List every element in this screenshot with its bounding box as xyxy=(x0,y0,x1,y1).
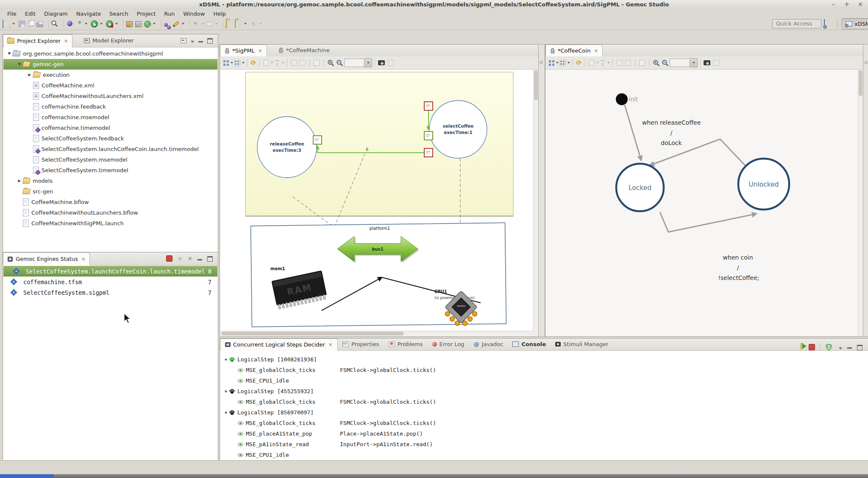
zoom-out-icon[interactable] xyxy=(662,59,669,67)
engine-row[interactable]: SelectCoffeeSystem.launchCoffeeCoin.laun… xyxy=(3,266,217,277)
layout-icon[interactable] xyxy=(549,60,554,66)
maximize-icon[interactable] xyxy=(207,256,213,262)
agent-selectcoffee[interactable] xyxy=(429,101,487,158)
search-icon[interactable] xyxy=(51,20,58,27)
close-icon[interactable]: ✕ xyxy=(258,48,262,54)
pencil-icon[interactable] xyxy=(172,21,179,28)
launch-config-icon[interactable]: * xyxy=(77,20,83,28)
layout-dropdown[interactable] xyxy=(231,62,233,64)
print-icon[interactable] xyxy=(36,22,43,27)
close-icon[interactable]: ✕ xyxy=(81,256,86,262)
new-wizard-dropdown[interactable] xyxy=(12,23,15,25)
tree-item-scs-msemodel[interactable]: SelectCoffeeSystem.msemodel xyxy=(3,154,217,165)
run-dropdown[interactable] xyxy=(100,23,103,25)
horizontal-scrollbar[interactable] xyxy=(220,331,534,336)
tree-item-feedback[interactable]: coffemachine.feedback xyxy=(3,101,217,112)
save-all-icon[interactable] xyxy=(28,21,33,27)
transition-init-to-locked[interactable] xyxy=(625,105,641,160)
mse-row[interactable]: MSE_globalClock_ticksFSMClock->globalClo… xyxy=(220,418,315,428)
collapse-all-icon[interactable] xyxy=(181,38,186,43)
tab-gemoc-engines-status[interactable]: Gemoc Engines Status ✕ xyxy=(3,252,90,266)
close-icon[interactable]: ✕ xyxy=(594,48,598,54)
tree-item-scs-launch-timemodel[interactable]: SelectCoffeeSystem.launchCoffeeCoin.laun… xyxy=(3,144,217,154)
menu-help[interactable]: Help xyxy=(209,10,230,17)
restore-view-icon[interactable]: ◁ xyxy=(864,60,867,64)
tree-item-bflow1[interactable]: CoffeeMachine.bflow xyxy=(3,197,217,207)
shield-dropdown[interactable] xyxy=(839,347,842,349)
open-resource-icon[interactable] xyxy=(235,20,236,28)
menu-file[interactable]: File xyxy=(3,10,20,17)
tree-item-scs-feedback[interactable]: SelectCoffeeSystem.feedback xyxy=(3,133,217,144)
agent-releasecoffee[interactable] xyxy=(257,117,317,178)
window-minimize-button[interactable]: – xyxy=(830,0,837,8)
tab-problems[interactable]: Problems xyxy=(384,338,428,350)
minimize-icon[interactable] xyxy=(198,41,203,44)
zoom-level-dropdown[interactable] xyxy=(364,58,372,67)
scrollbar-thumb[interactable] xyxy=(859,70,862,96)
open-element-icon[interactable] xyxy=(226,20,227,28)
tab-javadoc[interactable]: @Javadoc xyxy=(469,338,508,350)
zoom-level-dropdown[interactable] xyxy=(690,58,698,67)
mse-row[interactable]: MSE_globalClock_ticksFSMClock->globalClo… xyxy=(220,365,315,375)
output-port[interactable] xyxy=(424,102,433,110)
output-port[interactable] xyxy=(424,148,433,157)
gemoc-launch-dropdown[interactable] xyxy=(153,23,156,25)
menu-search[interactable]: Search xyxy=(106,10,132,17)
tree-item-gemoc-gen[interactable]: gemoc-gen xyxy=(3,59,217,70)
tree-item-coffeemachine-wol-xml[interactable]: CoffeeMachinewithoutLaunchers.xml xyxy=(3,91,217,101)
external-tools-dropdown[interactable] xyxy=(115,23,118,25)
open-perspective-icon[interactable] xyxy=(824,20,832,27)
vertical-scrollbar[interactable] xyxy=(858,70,863,336)
menu-diagram[interactable]: Diagram xyxy=(40,10,72,17)
gemoc-engine-icon[interactable] xyxy=(126,21,133,27)
tree-item-bflow2[interactable]: CoffeeMachinewithoutLaunchers.bflow xyxy=(3,207,217,218)
restore-view-icon[interactable]: ◁ xyxy=(539,60,542,64)
initial-state[interactable] xyxy=(616,93,628,105)
shield-icon[interactable] xyxy=(826,344,832,351)
engine-row[interactable]: coffemachine.tfsm7 xyxy=(3,277,217,287)
logical-step-row[interactable]: LogicalStep [856970097] xyxy=(220,407,314,418)
dispose-all-engines-icon[interactable]: ✕ xyxy=(187,256,192,262)
vertical-scrollbar[interactable] xyxy=(533,70,538,336)
mse-row[interactable]: MSE_pA1inState_readInputPort->pA1inState… xyxy=(220,439,309,450)
input-port[interactable] xyxy=(424,131,433,140)
window-maximize-button[interactable]: + xyxy=(843,0,850,8)
tab-coffeecoin[interactable]: *CoffeeCoin ✕ xyxy=(545,45,603,57)
zoom-out-icon[interactable] xyxy=(336,59,343,67)
launch-config-dropdown[interactable] xyxy=(85,23,87,25)
step-forward-icon[interactable] xyxy=(799,342,804,352)
filters-dropdown[interactable] xyxy=(242,62,245,64)
menu-project[interactable]: Project xyxy=(133,10,159,17)
ocl-console-icon[interactable] xyxy=(67,21,72,26)
tab-coffeemachine[interactable]: *CoffeeMachine xyxy=(274,45,334,56)
scrollbar-thumb[interactable] xyxy=(534,70,538,100)
tab-logical-steps-decider[interactable]: Concurrent Logical Steps Decider ✕ xyxy=(220,338,338,351)
dispose-engine-icon[interactable]: ✕ xyxy=(178,256,183,262)
tab-model-explorer[interactable]: Model Explorer xyxy=(80,34,137,47)
new-wizard-icon[interactable] xyxy=(3,20,3,28)
tree-item-launch[interactable]: CoffeeMachinewithSigPML.launch xyxy=(3,218,217,229)
tab-project-explorer[interactable]: Project Explorer ✕ xyxy=(3,34,72,48)
tree-item-timemodel[interactable]: coffemachine.timemodel xyxy=(3,123,217,133)
mse-row[interactable]: MSE_CPU1_idle xyxy=(220,375,289,386)
zoom-in-icon[interactable] xyxy=(327,59,334,67)
save-icon[interactable] xyxy=(19,21,25,27)
filters-icon[interactable] xyxy=(234,60,240,66)
coffeecoin-canvas[interactable]: init when releaseCoffee / doLock Locked … xyxy=(546,70,863,336)
pencil-dropdown[interactable] xyxy=(182,23,184,25)
zoom-level-input[interactable] xyxy=(344,59,364,67)
close-icon[interactable]: ✕ xyxy=(328,342,333,348)
menu-window[interactable]: Window xyxy=(179,10,209,17)
gemoc-animator-icon[interactable] xyxy=(135,21,142,27)
minimize-icon[interactable] xyxy=(847,347,852,350)
tree-item-project-root[interactable]: org.gemoc.sample.bcool.coffeemachinewith… xyxy=(3,48,217,59)
layout-dropdown[interactable] xyxy=(556,62,559,64)
menu-navigate[interactable]: Navigate xyxy=(72,10,105,17)
stop-engine-icon[interactable] xyxy=(166,255,172,262)
tab-stimuli-manager[interactable]: Stimuli Manager xyxy=(551,338,613,350)
run-icon[interactable] xyxy=(91,20,98,28)
engine-row[interactable]: SelectCoffeeSystem.sigpml7 xyxy=(3,287,217,298)
tab-sigpml[interactable]: *SigPML ✕ xyxy=(220,45,267,57)
zoom-in-icon[interactable] xyxy=(653,59,660,67)
view-menu-icon[interactable] xyxy=(191,41,194,43)
